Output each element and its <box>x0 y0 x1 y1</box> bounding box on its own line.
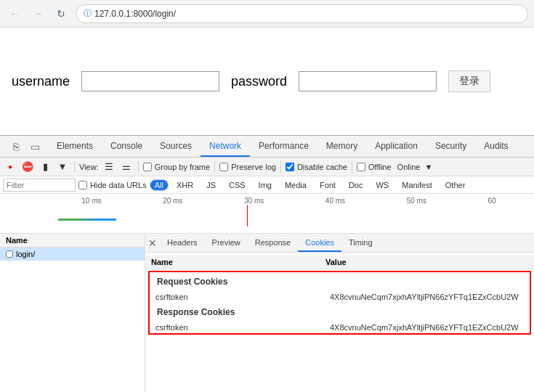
detail-panel: ✕ Headers Preview Response Cookies Timin… <box>145 234 534 392</box>
password-input[interactable] <box>299 71 437 91</box>
filter-media[interactable]: Media <box>280 179 312 191</box>
page-content: username password 登录 <box>0 28 534 135</box>
timeline-50ms: 50 ms <box>407 197 426 205</box>
username-label: username <box>12 74 70 89</box>
sep3 <box>214 161 215 173</box>
timeline-30ms: 30 ms <box>244 197 264 205</box>
devtools-network-toolbar: ● ⛔ ▮ ▼ View: ☰ ⚌ Group by frame Preserv… <box>0 158 534 176</box>
filter-doc[interactable]: Doc <box>344 179 368 191</box>
timeline-bar <box>58 219 116 221</box>
record-btn[interactable]: ● <box>3 160 17 174</box>
filter-input[interactable] <box>3 179 76 192</box>
tab-memory[interactable]: Memory <box>317 136 366 157</box>
list-view-btn[interactable]: ☰ <box>102 160 116 174</box>
requests-list: Name login/ <box>0 234 145 392</box>
disable-cache-checkbox[interactable] <box>286 163 294 171</box>
request-cookie-row-0: csrftoken 4X8cvnuNeCqm7xjxhAYltjiPN66zYF… <box>150 291 530 303</box>
preserve-log-checkbox[interactable] <box>219 163 228 171</box>
filter-img[interactable]: Img <box>254 179 277 191</box>
filter-bar: Hide data URLs All XHR JS CSS Img Media … <box>0 176 534 194</box>
filter-ws[interactable]: WS <box>371 179 394 191</box>
tab-application[interactable]: Application <box>366 136 426 157</box>
cookies-table-header: Name Value <box>145 256 534 269</box>
network-timeline: 10 ms 20 ms 30 ms 40 ms 50 ms 60 <box>0 194 534 234</box>
timeline-60: 60 <box>488 197 496 205</box>
filter-css[interactable]: CSS <box>224 179 251 191</box>
detail-tab-cookies[interactable]: Cookies <box>298 234 341 252</box>
camera-btn[interactable]: ▮ <box>38 160 52 174</box>
devtools-panel: ⎘ ▭ Elements Console Sources Network Per… <box>0 135 534 392</box>
offline-label: Offline <box>368 163 392 171</box>
hide-data-urls-label: Hide data URLs <box>90 181 147 189</box>
group-by-frame-label: Group by frame <box>155 163 210 171</box>
detail-tab-timing[interactable]: Timing <box>341 234 380 252</box>
cookies-content: Name Value Request Cookies csrftoken 4X8… <box>145 253 534 392</box>
disable-cache-label: Disable cache <box>297 163 347 171</box>
request-name: login/ <box>16 250 35 258</box>
filter-font[interactable]: Font <box>315 179 341 191</box>
url-text: 127.0.0.1:8000/login/ <box>94 9 176 19</box>
detail-tab-preview[interactable]: Preview <box>205 234 248 252</box>
col-name-header: Name <box>151 258 325 266</box>
offline-checkbox[interactable] <box>357 163 365 171</box>
response-cookie-value-0: 4X8cvnuNeCqm7xjxhAYltjiPN66zYFTq1EZxCcbU… <box>330 323 524 332</box>
tab-sources[interactable]: Sources <box>151 136 201 157</box>
login-button[interactable]: 登录 <box>448 70 490 92</box>
request-item-login[interactable]: login/ <box>0 248 145 261</box>
view-label: View: <box>79 163 99 171</box>
password-label: password <box>231 74 287 89</box>
detail-tab-response[interactable]: Response <box>248 234 299 252</box>
cookies-highlighted-wrapper: Request Cookies csrftoken 4X8cvnuNeCqm7x… <box>148 271 531 335</box>
response-cookie-name-0: csrftoken <box>155 323 330 332</box>
request-cookies-header: Request Cookies <box>150 272 530 291</box>
tab-console[interactable]: Console <box>102 136 151 157</box>
timeline-20ms: 20 ms <box>163 197 182 205</box>
reload-button[interactable]: ↻ <box>52 5 70 23</box>
inspect-icon-btn[interactable]: ⎘ <box>7 138 25 155</box>
devtools-top-tabs: ⎘ ▭ Elements Console Sources Network Per… <box>0 136 534 158</box>
timeline-40ms: 40 ms <box>325 197 345 205</box>
tab-network[interactable]: Network <box>201 136 250 157</box>
login-form: username password 登录 <box>12 70 490 92</box>
detail-tab-headers[interactable]: Headers <box>160 234 205 252</box>
filter-other[interactable]: Other <box>440 179 471 191</box>
tab-elements[interactable]: Elements <box>48 136 102 157</box>
tab-audits[interactable]: Audits <box>475 136 517 157</box>
timeline-10ms: 10 ms <box>81 197 101 205</box>
filter-js[interactable]: JS <box>201 179 221 191</box>
timeline-vline <box>247 205 248 226</box>
tab-security[interactable]: Security <box>426 136 475 157</box>
filter-all[interactable]: All <box>150 179 169 191</box>
timeline-bar-area <box>51 205 534 226</box>
close-detail-btn[interactable]: ✕ <box>145 236 160 250</box>
filter-xhr[interactable]: XHR <box>171 179 198 191</box>
username-input[interactable] <box>81 71 219 91</box>
request-cookie-value-0: 4X8cvnuNeCqm7xjxhAYltjiPN66zYFTq1EZxCcbU… <box>330 293 524 301</box>
filter-manifest[interactable]: Manifest <box>397 179 437 191</box>
hide-data-urls-checkbox[interactable] <box>78 181 87 189</box>
forward-button[interactable]: → <box>29 5 46 23</box>
requests-list-header: Name <box>0 234 145 248</box>
back-button[interactable]: ← <box>6 5 23 23</box>
timeline-labels: 10 ms 20 ms 30 ms 40 ms 50 ms 60 <box>0 194 534 205</box>
grid-view-btn[interactable]: ⚌ <box>119 160 134 174</box>
tab-performance[interactable]: Performance <box>250 136 317 157</box>
dropdown-arrow: ▼ <box>424 163 432 171</box>
browser-toolbar: ← → ↻ ⓘ 127.0.0.1:8000/login/ <box>0 0 534 28</box>
devtools-icons: ⎘ ▭ <box>3 136 48 157</box>
clear-btn[interactable]: ⛔ <box>20 160 35 174</box>
request-checkbox[interactable] <box>6 250 13 258</box>
request-cookie-name-0: csrftoken <box>155 293 330 301</box>
address-bar[interactable]: ⓘ 127.0.0.1:8000/login/ <box>76 4 528 23</box>
lock-icon: ⓘ <box>84 8 92 19</box>
sep2 <box>138 161 139 173</box>
detail-tabs: ✕ Headers Preview Response Cookies Timin… <box>145 234 534 253</box>
sep4 <box>280 161 281 173</box>
device-icon-btn[interactable]: ▭ <box>26 138 44 155</box>
filter-btn[interactable]: ▼ <box>55 160 70 174</box>
group-by-frame-checkbox[interactable] <box>143 163 152 171</box>
sep1 <box>74 161 75 173</box>
response-cookies-header: Response Cookies <box>150 303 530 322</box>
preserve-log-label: Preserve log <box>231 163 276 171</box>
online-label: Online <box>397 163 421 171</box>
